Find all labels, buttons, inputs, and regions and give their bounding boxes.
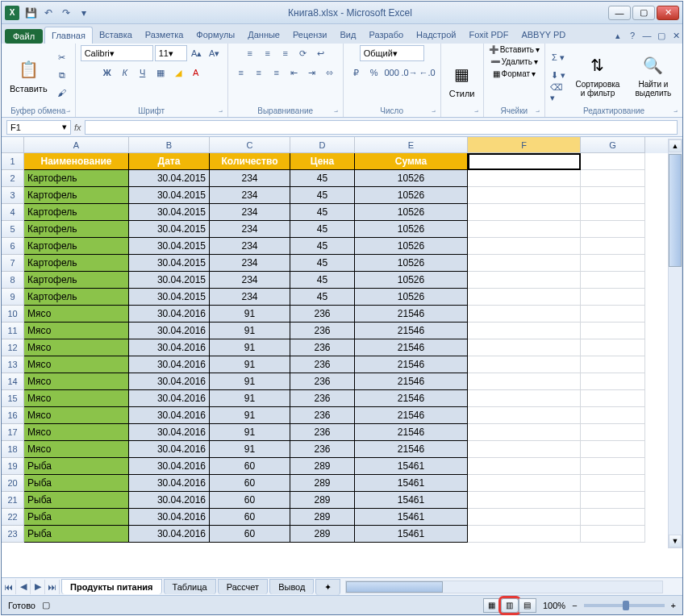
cell[interactable] <box>581 407 645 424</box>
horizontal-scrollbar[interactable] <box>345 581 663 593</box>
font-color-icon[interactable]: A <box>188 65 204 81</box>
cell-name[interactable]: Мясо <box>24 424 129 441</box>
cell-qty[interactable]: 234 <box>210 221 290 238</box>
format-cells-button[interactable]: ▦ Формат ▾ <box>493 69 536 78</box>
cell-qty[interactable]: 234 <box>210 272 290 289</box>
cell[interactable] <box>581 373 645 390</box>
cell-qty[interactable]: 60 <box>210 458 290 475</box>
cell-date[interactable]: 30.04.2016 <box>129 407 210 424</box>
cell[interactable] <box>468 424 581 441</box>
tab-вставка[interactable]: Вставка <box>93 27 139 44</box>
percent-icon[interactable]: % <box>366 65 382 81</box>
cell-name[interactable]: Картофель <box>24 272 129 289</box>
row-header[interactable]: 18 <box>2 441 24 458</box>
help-icon[interactable]: ? <box>626 31 639 44</box>
cell[interactable] <box>468 475 581 492</box>
insert-cells-button[interactable]: ➕ Вставить ▾ <box>489 45 540 54</box>
cell[interactable] <box>468 187 581 204</box>
cell-sum[interactable]: 21546 <box>355 390 468 407</box>
row-header[interactable]: 7 <box>2 255 24 272</box>
col-header-C[interactable]: C <box>210 137 290 153</box>
fill-color-icon[interactable]: ◢ <box>170 65 186 81</box>
cell-name[interactable]: Мясо <box>24 441 129 458</box>
cell-date[interactable]: 30.04.2016 <box>129 373 210 390</box>
cell-price[interactable]: 236 <box>290 424 355 441</box>
row-header[interactable]: 13 <box>2 356 24 373</box>
cell-qty[interactable]: 91 <box>210 407 290 424</box>
cell-price[interactable]: 45 <box>290 170 355 187</box>
cell-price[interactable]: 45 <box>290 187 355 204</box>
cell-name[interactable]: Рыба <box>24 475 129 492</box>
cell-date[interactable]: 30.04.2015 <box>129 221 210 238</box>
increase-decimal-icon[interactable]: .0→ <box>402 65 418 81</box>
align-bottom-icon[interactable]: ≡ <box>277 45 294 61</box>
cell-name[interactable]: Картофель <box>24 170 129 187</box>
cell-sum[interactable]: 10526 <box>355 204 468 221</box>
row-header[interactable]: 16 <box>2 407 24 424</box>
excel-icon[interactable]: X <box>5 6 19 20</box>
row-header[interactable]: 3 <box>2 187 24 204</box>
cell-qty[interactable]: 91 <box>210 424 290 441</box>
cell[interactable] <box>468 272 581 289</box>
cell-sum[interactable]: 10526 <box>355 170 468 187</box>
tab-разрабо[interactable]: Разрабо <box>362 27 410 44</box>
cell[interactable] <box>468 407 581 424</box>
comma-icon[interactable]: 000 <box>384 65 400 81</box>
cell-sum[interactable]: 10526 <box>355 289 468 306</box>
cell[interactable] <box>468 441 581 458</box>
cell-date[interactable]: 30.04.2016 <box>129 323 210 339</box>
cell-date[interactable]: 30.04.2016 <box>129 339 210 356</box>
new-sheet-icon[interactable]: ✦ <box>315 579 340 595</box>
row-header[interactable]: 9 <box>2 289 24 306</box>
cell-date[interactable]: 30.04.2016 <box>129 458 210 475</box>
cell[interactable] <box>581 356 645 373</box>
col-header-F[interactable]: F <box>468 137 581 153</box>
cell-qty[interactable]: 60 <box>210 509 290 526</box>
workbook-close-icon[interactable]: ✕ <box>669 31 682 44</box>
cell-sum[interactable]: 21546 <box>355 424 468 441</box>
maximize-button[interactable]: ▢ <box>632 6 655 20</box>
row-header[interactable]: 11 <box>2 323 24 339</box>
cell[interactable] <box>581 492 645 509</box>
tab-foxit pdf[interactable]: Foxit PDF <box>463 27 515 44</box>
cell-qty[interactable]: 91 <box>210 306 290 323</box>
row-header[interactable]: 2 <box>2 170 24 187</box>
currency-icon[interactable]: ₽ <box>348 65 365 81</box>
font-size-combo[interactable]: 11 ▾ <box>155 45 187 61</box>
tab-разметка[interactable]: Разметка <box>139 27 190 44</box>
increase-indent-icon[interactable]: ⇥ <box>304 65 320 81</box>
row-header[interactable]: 8 <box>2 272 24 289</box>
bold-button[interactable]: Ж <box>99 65 115 81</box>
row-header[interactable]: 23 <box>2 526 24 543</box>
cell-name[interactable]: Рыба <box>24 492 129 509</box>
tab-данные[interactable]: Данные <box>241 27 286 44</box>
row-header[interactable]: 10 <box>2 306 24 323</box>
wrap-text-icon[interactable]: ↩ <box>313 45 329 61</box>
borders-icon[interactable]: ▦ <box>152 65 169 81</box>
tab-главная[interactable]: Главная <box>44 27 93 44</box>
cell[interactable] <box>581 221 645 238</box>
merge-icon[interactable]: ⬄ <box>322 65 338 81</box>
cell-sum[interactable]: 21546 <box>355 306 468 323</box>
tab-abbyy pd[interactable]: ABBYY PD <box>515 27 572 44</box>
col-header-G[interactable]: G <box>581 137 645 153</box>
cell[interactable] <box>581 170 645 187</box>
cell-qty[interactable]: 91 <box>210 373 290 390</box>
workbook-restore-icon[interactable]: ▢ <box>655 31 668 44</box>
cell-price[interactable]: 289 <box>290 509 355 526</box>
styles-button[interactable]: ▦ Стили <box>446 60 478 100</box>
cell-price[interactable]: 236 <box>290 373 355 390</box>
cell-date[interactable]: 30.04.2015 <box>129 238 210 255</box>
align-right-icon[interactable]: ≡ <box>269 65 285 81</box>
align-top-icon[interactable]: ≡ <box>242 45 258 61</box>
orientation-icon[interactable]: ⟳ <box>295 45 311 61</box>
cell-name[interactable]: Рыба <box>24 458 129 475</box>
cell-date[interactable]: 30.04.2016 <box>129 306 210 323</box>
cell-qty[interactable]: 91 <box>210 323 290 339</box>
page-layout-view-button[interactable]: ▥ <box>501 598 519 613</box>
cell-date[interactable]: 30.04.2016 <box>129 509 210 526</box>
cell[interactable] <box>581 204 645 221</box>
workbook-minimize-icon[interactable]: — <box>640 31 653 44</box>
copy-icon[interactable]: ⧉ <box>54 67 70 83</box>
cell-price[interactable]: 236 <box>290 390 355 407</box>
